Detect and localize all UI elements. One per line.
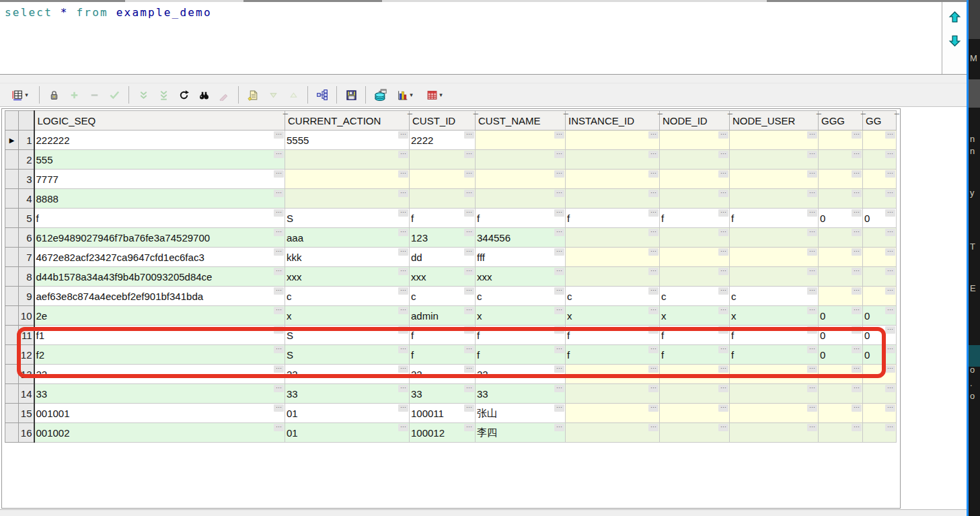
grid-cell[interactable]: 0··· [863,209,897,228]
grid-cell[interactable]: ··· [410,150,476,170]
cell-ellipsis-button[interactable]: ··· [852,170,862,178]
sort-descending-button[interactable] [263,85,283,104]
grid-cell[interactable]: ··· [730,150,819,170]
grid-cell[interactable]: ··· [730,228,819,248]
cell-ellipsis-button[interactable]: ··· [274,326,284,334]
cell-ellipsis-button[interactable]: ··· [718,326,728,334]
row-number[interactable]: 1 [19,131,34,150]
cell-ellipsis-button[interactable]: ··· [398,404,408,412]
grid-cell[interactable]: ··· [819,365,863,384]
cell-ellipsis-button[interactable]: ··· [885,131,895,139]
cell-ellipsis-button[interactable]: ··· [852,385,862,392]
grid-cell[interactable]: x··· [476,306,566,326]
cell-ellipsis-button[interactable]: ··· [464,424,474,431]
grid-cell[interactable]: f··· [660,326,730,345]
cell-ellipsis-button[interactable]: ··· [807,326,817,334]
grid-cell[interactable]: x··· [730,306,819,326]
grid-cell[interactable]: f··· [410,209,476,228]
column-header-cust_id[interactable]: CUST_ID [410,111,476,131]
cell-ellipsis-button[interactable]: ··· [807,268,817,275]
cell-ellipsis-button[interactable]: ··· [648,287,658,295]
cell-ellipsis-button[interactable]: ··· [464,365,474,373]
row-number[interactable]: 14 [19,384,34,404]
grid-cell[interactable]: xxx··· [285,267,410,287]
cell-ellipsis-button[interactable]: ··· [852,131,862,139]
cell-ellipsis-button[interactable]: ··· [807,209,817,217]
cell-ellipsis-button[interactable]: ··· [718,248,728,256]
grid-cell[interactable]: 7777··· [34,170,285,189]
scroll-down-button[interactable] [948,34,961,47]
cell-ellipsis-button[interactable]: ··· [648,209,658,217]
cell-ellipsis-button[interactable]: ··· [852,268,862,275]
row-number[interactable]: 4 [19,189,34,209]
grid-cell[interactable]: S··· [285,209,410,228]
grid-cell[interactable]: 2222··· [410,131,476,150]
grid-cell[interactable]: 0··· [863,345,897,365]
grid-cell[interactable]: c··· [410,287,476,306]
grid-cell[interactable]: 123··· [410,228,476,248]
cell-ellipsis-button[interactable]: ··· [464,151,474,158]
cell-ellipsis-button[interactable]: ··· [274,170,284,178]
grid-cell[interactable]: ··· [730,170,819,189]
cell-ellipsis-button[interactable]: ··· [648,268,658,275]
grid-cell[interactable]: 0··· [819,326,863,345]
cell-ellipsis-button[interactable]: ··· [554,209,564,217]
cell-ellipsis-button[interactable]: ··· [718,229,728,236]
cell-ellipsis-button[interactable]: ··· [398,346,408,353]
grid-cell[interactable]: f2··· [34,345,285,365]
cell-ellipsis-button[interactable]: ··· [885,170,895,178]
cell-ellipsis-button[interactable]: ··· [807,365,817,373]
cell-ellipsis-button[interactable]: ··· [718,307,728,314]
report-button[interactable]: ▾ [420,85,449,104]
grid-cell[interactable]: 001002··· [34,423,285,443]
cell-ellipsis-button[interactable]: ··· [274,131,284,139]
find-button[interactable] [194,85,214,104]
cell-ellipsis-button[interactable]: ··· [554,346,564,353]
column-header-node_user[interactable]: NODE_USER [730,111,819,131]
grid-cell[interactable]: ··· [566,170,660,189]
cell-ellipsis-button[interactable]: ··· [807,385,817,392]
cell-ellipsis-button[interactable]: ··· [718,190,728,197]
cell-ellipsis-button[interactable]: ··· [464,248,474,256]
grid-cell[interactable]: 0··· [863,326,897,345]
grid-cell[interactable]: ··· [863,189,897,209]
sql-editor[interactable]: select * from example_demo [0,2,942,74]
copy-special-button[interactable] [243,85,263,104]
grid-cell[interactable]: ··· [730,365,819,384]
grid-cell[interactable]: ··· [863,423,897,443]
grid-cell[interactable]: ··· [863,404,897,423]
grid-cell[interactable]: f··· [660,209,730,228]
cell-ellipsis-button[interactable]: ··· [718,404,728,412]
editor-grid-splitter[interactable] [0,74,967,83]
cell-ellipsis-button[interactable]: ··· [398,424,408,431]
row-number[interactable]: 6 [19,228,34,248]
cell-ellipsis-button[interactable]: ··· [464,209,474,217]
grid-cell[interactable]: 张山··· [476,404,566,423]
cell-ellipsis-button[interactable]: ··· [398,385,408,392]
grid-cell[interactable]: f··· [730,345,819,365]
column-header-cust_name[interactable]: CUST_NAME [476,111,566,131]
cell-ellipsis-button[interactable]: ··· [885,209,895,217]
cell-ellipsis-button[interactable]: ··· [648,229,658,236]
grid-cell[interactable]: f··· [566,345,660,365]
cell-ellipsis-button[interactable]: ··· [807,170,817,178]
cell-ellipsis-button[interactable]: ··· [648,170,658,178]
cell-ellipsis-button[interactable]: ··· [885,424,895,431]
cell-ellipsis-button[interactable]: ··· [398,131,408,139]
cell-ellipsis-button[interactable]: ··· [648,365,658,373]
cell-ellipsis-button[interactable]: ··· [807,190,817,197]
cell-ellipsis-button[interactable]: ··· [648,307,658,314]
cell-ellipsis-button[interactable]: ··· [852,287,862,295]
grid-cell[interactable]: ··· [566,228,660,248]
cell-ellipsis-button[interactable]: ··· [718,385,728,392]
cell-ellipsis-button[interactable]: ··· [648,151,658,158]
grid-cell[interactable]: ··· [566,131,660,150]
cell-ellipsis-button[interactable]: ··· [274,151,284,158]
cell-ellipsis-button[interactable]: ··· [464,190,474,197]
cell-ellipsis-button[interactable]: ··· [648,326,658,334]
grid-cell[interactable]: aef63e8c874a4ecebf2ef901bf341bda··· [34,287,285,306]
grid-cell[interactable]: 22··· [476,365,566,384]
scroll-up-button[interactable] [948,11,961,24]
grid-cell[interactable]: ··· [730,189,819,209]
column-header-logic_seq[interactable]: LOGIC_SEQ [34,111,285,131]
